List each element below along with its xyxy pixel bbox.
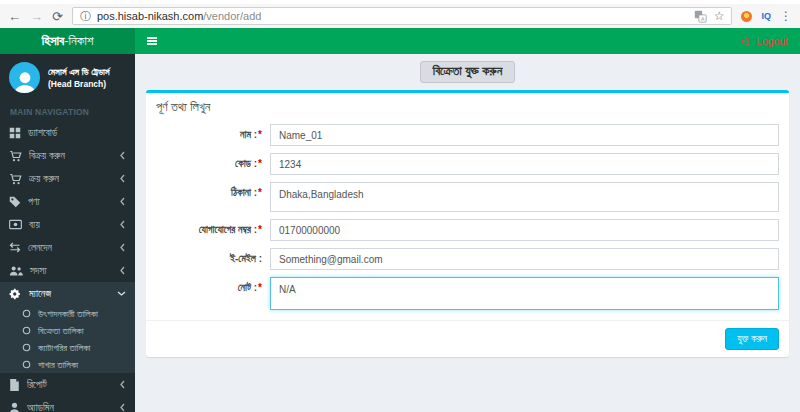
sidebar-item-transactions[interactable]: লেনদেন: [0, 236, 135, 259]
reload-icon[interactable]: ⟳: [52, 10, 63, 23]
sidebar-item-label: রিপোর্ট: [27, 379, 47, 391]
nav-section-label: MAIN NAVIGATION: [0, 102, 135, 121]
sidebar-item-expenses[interactable]: ব্যয়: [0, 213, 135, 236]
form-row-note: নোট :* N/A: [156, 277, 779, 310]
cart-icon: [9, 173, 22, 185]
panel-footer: যুক্ত করুন: [146, 320, 789, 357]
chevron-left-icon: [119, 403, 126, 412]
transaction-icon: [9, 242, 21, 253]
screen: ← → ⟳ ⓘ pos.hisab-nikash.com/vendor/add …: [0, 0, 800, 412]
name-field[interactable]: [270, 124, 779, 146]
sidebar-item-sell[interactable]: বিক্রয় করুন: [0, 144, 135, 167]
url-path: /vendor/add: [203, 10, 261, 22]
sidebar-item-label: ব্যয়: [29, 219, 40, 231]
extension-icon-iq[interactable]: IQ: [761, 11, 771, 21]
sidebar-item-products[interactable]: পণ্য: [0, 190, 135, 213]
chevron-left-icon: [119, 220, 126, 229]
logout-icon: [741, 36, 752, 47]
dashboard-icon: [9, 127, 21, 139]
address-bar[interactable]: ⓘ pos.hisab-nikash.com/vendor/add A ☆: [72, 7, 733, 25]
sidebar-toggle-icon[interactable]: [147, 35, 157, 46]
sidebar: মেসার্স এস ডি ট্রেডার্স (Head Branch) MA…: [0, 54, 135, 412]
sidebar-item-report[interactable]: রিপোর্ট: [0, 373, 135, 396]
sidebar-item-label: অ্যাডমিন: [27, 402, 54, 412]
form-row-email: ই-মেইল :: [156, 248, 779, 270]
chevron-left-icon: [119, 266, 126, 275]
user-avatar: [9, 62, 40, 93]
sidebar-subitem-label: বিক্রেতা তালিকা: [38, 325, 83, 337]
user-branch: (Head Branch): [48, 79, 110, 89]
sidebar-item-admin[interactable]: অ্যাডমিন: [0, 396, 135, 412]
translate-icon[interactable]: A: [694, 10, 707, 23]
forward-icon[interactable]: →: [30, 10, 43, 23]
users-icon: [9, 265, 23, 276]
cart-icon: [9, 150, 22, 162]
back-icon[interactable]: ←: [8, 10, 21, 23]
sidebar-item-label: বিক্রয় করুন: [29, 150, 65, 162]
logout-label: Logout: [756, 35, 788, 47]
logo-text-bold: হিসাব: [42, 33, 65, 49]
code-field[interactable]: [270, 153, 779, 175]
app-logo[interactable]: হিসাব-নিকাশ: [0, 28, 135, 54]
main-content: বিক্রেতা যুক্ত করুন পূর্ণ তথ্য লিখুন নাম…: [135, 54, 800, 412]
chevron-left-icon: [119, 243, 126, 252]
sidebar-item-members[interactable]: সদস্য: [0, 259, 135, 282]
circle-icon: [22, 360, 31, 369]
logo-text-rest: -নিকাশ: [64, 33, 93, 49]
chevron-down-icon: [117, 290, 126, 297]
browser-menu-icon[interactable]: ⋮: [780, 9, 792, 23]
sidebar-subitem-vendor-list[interactable]: বিক্রেতা তালিকা: [0, 322, 135, 339]
email-label: ই-মেইল :: [156, 253, 262, 265]
sidebar-subitem-manufacturer-list[interactable]: উৎপাদনকারী তালিকা: [0, 305, 135, 322]
url-host: pos.hisab-nikash.com: [97, 10, 203, 22]
circle-icon: [22, 326, 31, 335]
url-text: pos.hisab-nikash.com/vendor/add: [97, 10, 262, 22]
email-field[interactable]: [270, 248, 779, 270]
required-mark: *: [258, 187, 262, 198]
app-header: হিসাব-নিকাশ Logout: [0, 28, 800, 54]
form-row-code: কোড :*: [156, 153, 779, 175]
name-label: নাম :*: [156, 129, 262, 141]
sidebar-subitem-label: শাখার তালিকা: [38, 359, 78, 371]
sidebar-subitem-label: ক্যাটাগরির তালিকা: [38, 342, 90, 354]
bookmark-star-icon[interactable]: ☆: [714, 9, 725, 23]
sidebar-subitem-label: উৎপাদনকারী তালিকা: [38, 308, 98, 320]
code-label: কোড :*: [156, 158, 262, 170]
sidebar-item-label: পণ্য: [28, 196, 40, 208]
file-icon: [9, 379, 20, 391]
sidebar-subitem-category-list[interactable]: ক্যাটাগরির তালিকা: [0, 339, 135, 356]
note-field[interactable]: N/A: [270, 277, 779, 310]
contact-number-field[interactable]: [270, 219, 779, 241]
logout-button[interactable]: Logout: [741, 35, 788, 47]
address-field[interactable]: Dhaka,Bangladesh: [270, 182, 779, 212]
circle-icon: [22, 343, 31, 352]
required-mark: *: [258, 224, 262, 235]
sidebar-item-label: ম্যানেজ: [29, 288, 51, 300]
sidebar-item-label: সদস্য: [30, 265, 47, 277]
circle-icon: [22, 309, 31, 318]
sidebar-item-manage[interactable]: ম্যানেজ: [0, 282, 135, 305]
address-label: ঠিকানা :*: [156, 182, 262, 199]
user-icon: [9, 402, 20, 412]
note-label: নোট :*: [156, 277, 262, 294]
manage-submenu: উৎপাদনকারী তালিকা বিক্রেতা তালিকা ক্যাটা…: [0, 305, 135, 373]
svg-text:A: A: [700, 15, 704, 21]
panel-header: পূর্ণ তথ্য লিখুন: [146, 93, 789, 120]
form-row-contact: যোগাযোগের নম্বর :*: [156, 219, 779, 241]
sidebar-item-buy[interactable]: ক্রয় করুন: [0, 167, 135, 190]
sidebar-item-label: ড্যাশবোর্ড: [28, 127, 57, 139]
person-icon: [12, 69, 38, 93]
submit-button[interactable]: যুক্ত করুন: [725, 328, 779, 350]
chevron-left-icon: [119, 174, 126, 183]
chevron-left-icon: [119, 197, 126, 206]
chevron-left-icon: [119, 380, 126, 389]
tag-icon: [9, 196, 21, 208]
user-panel: মেসার্স এস ডি ট্রেডার্স (Head Branch): [0, 54, 135, 102]
sidebar-item-dashboard[interactable]: ড্যাশবোর্ড: [0, 121, 135, 144]
sidebar-subitem-branch-list[interactable]: শাখার তালিকা: [0, 356, 135, 373]
sidebar-item-label: লেনদেন: [28, 242, 52, 254]
page-info-icon[interactable]: ⓘ: [80, 9, 91, 24]
extension-icon-orange[interactable]: [741, 11, 752, 22]
money-icon: [9, 219, 22, 230]
required-mark: *: [258, 282, 262, 293]
